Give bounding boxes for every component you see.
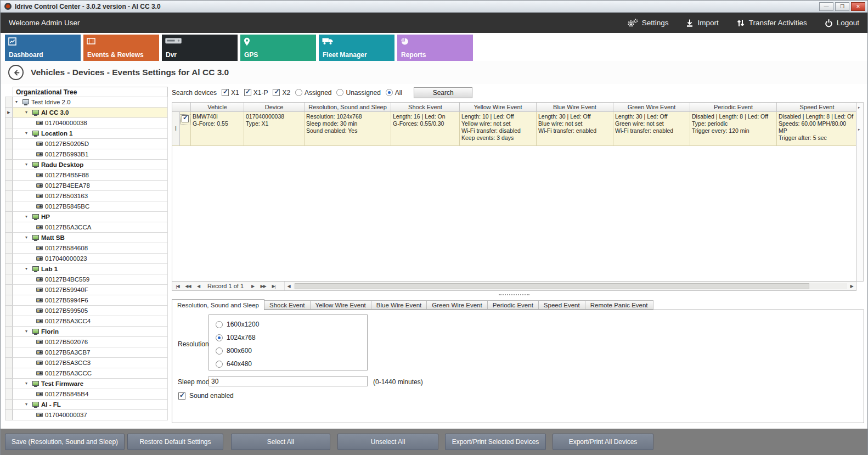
expander-icon[interactable] [25,110,30,115]
expander-icon[interactable] [25,162,30,167]
column-header-speed[interactable]: Speed Event [777,103,856,112]
tree-node-device[interactable]: 00127B5A3CCA [5,222,168,233]
expander-icon[interactable] [25,402,30,407]
radio-800x600[interactable] [216,347,223,355]
x2-checkbox[interactable] [273,89,280,96]
column-header-green-wire[interactable]: Green Wire Event [613,103,690,112]
tree-node-group[interactable]: Matt SB [5,232,168,243]
last-record-button[interactable]: ▶| [268,283,279,289]
settings-button[interactable]: Settings [627,19,669,27]
scrollbar-track[interactable] [294,283,847,289]
scroll-right-arrow[interactable]: ▶ [848,284,856,289]
scroll-left-arrow[interactable]: ◀ [285,284,293,289]
tree-node-device[interactable]: 00127B4EEA78 [5,180,168,191]
x1-checkbox[interactable] [222,89,229,96]
tree-node-device[interactable]: 00127B502076 [5,336,168,347]
resolution-option-800x600[interactable]: 800x600 [216,347,252,355]
tree-node-device[interactable]: 00127B59940F [5,284,168,295]
expander-icon[interactable] [15,100,20,104]
export-selected-button[interactable]: Export/Print Selected Devices [445,434,546,450]
tree-node-device[interactable]: 00127B5A3CB7 [5,347,168,358]
next-record-button[interactable]: ▶ [247,283,258,289]
resolution-option-1024x768[interactable]: 1024x768 [216,334,256,341]
tree-node-device[interactable]: 00127B5A3CC3 [5,357,168,368]
radio-640x480[interactable] [216,361,223,368]
back-button[interactable] [8,65,24,80]
tree-node-device[interactable]: 00127B5993B1 [5,149,168,160]
resolution-option-1600x1200[interactable]: 1600x1200 [216,321,259,328]
expander-icon[interactable] [25,215,30,219]
tree-node-group[interactable]: HP [5,211,168,222]
filter-x2[interactable]: X2 [273,89,290,97]
tree-node-device[interactable]: 00127B5A3CCC [5,368,168,379]
sleep-mode-input[interactable] [208,376,368,386]
filter-x1[interactable]: X1 [222,89,239,97]
next-page-button[interactable]: ▶▶ [258,283,268,289]
first-record-button[interactable]: |◀ [172,283,183,289]
filter-x1p[interactable]: X1-P [244,89,268,97]
tree-node-group[interactable]: Test Firmware [5,378,168,389]
expander-icon[interactable] [25,267,30,271]
tile-dashboard[interactable]: Dashboard [5,35,81,61]
tree-node-device[interactable]: 00127B50205D [5,138,168,149]
tab-periodic-event[interactable]: Periodic Event [488,300,539,310]
expander-icon[interactable] [25,329,30,334]
tree-node-device[interactable]: 017040000023 [5,253,168,264]
expander-icon[interactable] [25,131,30,136]
radio-1024x768[interactable] [216,334,223,341]
column-header-periodic[interactable]: Periodic Event [690,103,777,112]
tab-shock-event[interactable]: Shock Event [264,300,311,310]
select-all-button[interactable]: Select All [231,434,330,450]
expander-icon[interactable] [25,235,30,240]
column-header-vehicle[interactable]: Vehicle [191,103,244,112]
scrollbar-thumb[interactable] [295,283,809,289]
filter-assigned[interactable]: Assigned [295,89,331,97]
tab-blue-wire-event[interactable]: Blue Wire Event [371,300,427,310]
tile-fleet-manager[interactable]: Fleet Manager [319,35,394,61]
tree-node-device[interactable]: 017040000038 [5,117,168,128]
row-checkbox[interactable] [182,115,189,122]
export-all-button[interactable]: Export/Print All Devices [553,434,653,450]
save-button[interactable]: Save (Resolution, Sound and Sleep) [5,434,125,450]
search-button[interactable]: Search [414,87,472,98]
tree-node-device[interactable]: 00127B5A3CC4 [5,316,168,327]
all-radio[interactable] [386,89,393,96]
device-row[interactable]: I BMW740i G-Force: 0.55 017040000038 Typ… [172,112,856,146]
logout-button[interactable]: Logout [825,19,859,27]
column-header-device[interactable]: Device [244,103,305,112]
expander-icon[interactable] [25,381,30,386]
tab-resolution-sound-sleep[interactable]: Resolution, Sound and Sleep [172,299,264,310]
tree-node-device[interactable]: 00127B599505 [5,305,168,316]
tree-node-group[interactable]: Lab 1 [5,263,168,274]
tree-node-device[interactable]: 00127B5845BC [5,201,168,212]
tree-node-group[interactable]: Radu Desktop [5,159,168,170]
sound-enabled-option[interactable]: Sound enabled [178,392,234,400]
splitter[interactable] [172,292,856,297]
tree-node-device[interactable]: 00127B584608 [5,243,168,254]
assigned-radio[interactable] [295,89,302,96]
unselect-all-button[interactable]: Unselect All [337,434,438,450]
radio-1600x1200[interactable] [216,321,223,328]
tree-node-device[interactable]: 00127B4B5F88 [5,170,168,181]
unassigned-radio[interactable] [336,89,343,96]
tree-node-group[interactable]: Location 1 [5,128,168,139]
tab-speed-event[interactable]: Speed Event [539,300,585,310]
filter-unassigned[interactable]: Unassigned [336,89,380,97]
x1p-checkbox[interactable] [244,89,251,96]
tree-node-device[interactable]: 00127B5994F6 [5,295,168,306]
tile-gps[interactable]: GPS [240,35,316,61]
transfer-activities-button[interactable]: Transfer Activities [736,19,807,27]
tree-node-device[interactable]: 00127B503163 [5,190,168,201]
prev-page-button[interactable]: ◀◀ [183,283,193,289]
column-header-blue-wire[interactable]: Blue Wire Event [537,103,613,112]
sound-enabled-checkbox[interactable] [178,392,185,400]
close-button[interactable]: ✕ [851,2,865,11]
filter-all[interactable]: All [386,89,402,97]
column-header-yellow-wire[interactable]: Yellow Wire Event [460,103,537,112]
column-header-shock[interactable]: Shock Event [391,103,460,112]
tile-events-reviews[interactable]: Events & Reviews [83,35,159,61]
tree-node-device[interactable]: 00127B5845B4 [5,389,168,400]
tree-node-group[interactable]: Florin [5,326,168,337]
tab-remote-panic-event[interactable]: Remote Panic Event [585,300,653,310]
tab-green-wire-event[interactable]: Green Wire Event [427,300,487,310]
